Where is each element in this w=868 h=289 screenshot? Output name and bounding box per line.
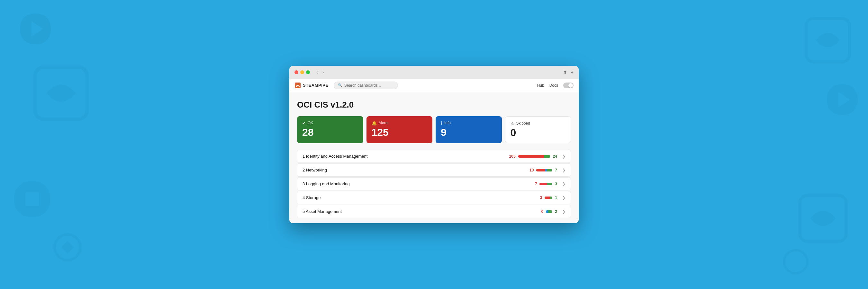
pb-ok bbox=[550, 196, 552, 199]
stat-card-skipped[interactable]: ⚠ Skipped 0 bbox=[505, 116, 571, 143]
section-alarm-count: 3 bbox=[540, 195, 542, 200]
close-button[interactable] bbox=[294, 70, 298, 74]
browser-window: ‹ › ⬆ + STEAMPIPE 🔍 Hub Docs bbox=[289, 66, 579, 223]
stat-header-skipped: ⚠ Skipped bbox=[510, 121, 566, 126]
pb-ok bbox=[547, 169, 552, 172]
progress-bar bbox=[546, 210, 552, 213]
logo-area: STEAMPIPE bbox=[294, 82, 329, 88]
alarm-icon: 🔔 bbox=[372, 121, 377, 125]
section-alarm-count: 7 bbox=[535, 182, 537, 186]
search-bar[interactable]: 🔍 bbox=[334, 81, 398, 89]
skipped-value: 0 bbox=[510, 127, 566, 138]
section-ok-count: 1 bbox=[555, 195, 557, 200]
pb-alarm bbox=[536, 169, 545, 172]
search-input[interactable] bbox=[344, 83, 394, 88]
section-ok-count: 3 bbox=[555, 182, 557, 186]
steampipe-logo-icon bbox=[294, 82, 301, 88]
forward-button[interactable]: › bbox=[321, 69, 326, 75]
pb-ok bbox=[547, 183, 552, 185]
section-alarm-count: 105 bbox=[509, 154, 516, 158]
skipped-icon: ⚠ bbox=[510, 121, 515, 126]
alarm-value: 125 bbox=[372, 127, 428, 138]
new-tab-icon[interactable]: + bbox=[571, 70, 574, 75]
ok-icon: ✔ bbox=[302, 121, 306, 125]
section-title: 5 Asset Management bbox=[303, 209, 541, 214]
svg-rect-0 bbox=[35, 67, 87, 119]
page-title: OCI CIS v1.2.0 bbox=[297, 100, 571, 110]
ok-label: OK bbox=[308, 121, 313, 125]
maximize-button[interactable] bbox=[306, 70, 310, 74]
stat-card-alarm[interactable]: 🔔 Alarm 125 bbox=[367, 116, 433, 143]
theme-toggle[interactable] bbox=[563, 82, 574, 88]
minimize-button[interactable] bbox=[300, 70, 304, 74]
progress-bar bbox=[518, 155, 550, 158]
progress-bar bbox=[545, 196, 552, 199]
search-icon: 🔍 bbox=[338, 83, 342, 87]
chevron-down-icon: ❯ bbox=[562, 154, 565, 158]
stat-header-alarm: 🔔 Alarm bbox=[372, 121, 428, 125]
stat-card-ok[interactable]: ✔ OK 28 bbox=[297, 116, 363, 143]
main-content: OCI CIS v1.2.0 ✔ OK 28 🔔 Alarm 125 ℹ bbox=[289, 92, 579, 223]
section-title: 1 Identity and Access Management bbox=[303, 154, 509, 158]
section-row[interactable]: 5 Asset Management 0 2 ❯ bbox=[297, 205, 571, 218]
stat-header-info: ℹ Info bbox=[441, 121, 497, 125]
toggle-knob bbox=[568, 83, 573, 88]
section-title: 4 Storage bbox=[303, 195, 540, 200]
nav-buttons: ‹ › bbox=[315, 69, 325, 75]
sections-list: 1 Identity and Access Management 105 24 … bbox=[297, 150, 571, 218]
section-right: 10 7 ❯ bbox=[529, 168, 565, 173]
traffic-lights bbox=[294, 70, 310, 74]
svg-rect-3 bbox=[800, 195, 846, 242]
section-right: 3 1 ❯ bbox=[540, 195, 565, 200]
pb-ok bbox=[544, 155, 550, 158]
share-icon[interactable]: ⬆ bbox=[563, 70, 567, 75]
svg-rect-2 bbox=[806, 19, 850, 62]
title-bar-actions: ⬆ + bbox=[563, 70, 574, 75]
section-right: 7 3 ❯ bbox=[535, 182, 565, 186]
logo-text: STEAMPIPE bbox=[303, 83, 329, 88]
chevron-down-icon: ❯ bbox=[562, 168, 565, 173]
pb-ok bbox=[548, 210, 552, 213]
nav-bar: STEAMPIPE 🔍 Hub Docs bbox=[289, 79, 579, 92]
section-row[interactable]: 2 Networking 10 7 ❯ bbox=[297, 164, 571, 177]
nav-right: Hub Docs bbox=[537, 82, 574, 88]
ok-value: 28 bbox=[302, 127, 358, 138]
section-title: 2 Networking bbox=[303, 168, 529, 173]
stat-header-ok: ✔ OK bbox=[302, 121, 358, 125]
section-ok-count: 2 bbox=[555, 209, 557, 214]
chevron-down-icon: ❯ bbox=[562, 195, 565, 200]
section-title: 3 Logging and Monitoring bbox=[303, 181, 535, 186]
svg-point-1 bbox=[55, 234, 81, 260]
docs-link[interactable]: Docs bbox=[550, 83, 558, 88]
stat-card-info[interactable]: ℹ Info 9 bbox=[436, 116, 502, 143]
alarm-label: Alarm bbox=[379, 121, 389, 125]
pb-alarm bbox=[545, 196, 550, 199]
progress-bar bbox=[536, 169, 552, 172]
chevron-down-icon: ❯ bbox=[562, 209, 565, 214]
back-button[interactable]: ‹ bbox=[315, 69, 319, 75]
section-row[interactable]: 3 Logging and Monitoring 7 3 ❯ bbox=[297, 177, 571, 190]
pb-alarm bbox=[518, 155, 544, 158]
progress-bar bbox=[539, 183, 552, 185]
info-label: Info bbox=[444, 121, 451, 125]
section-row[interactable]: 1 Identity and Access Management 105 24 … bbox=[297, 150, 571, 163]
section-right: 0 2 ❯ bbox=[541, 209, 565, 214]
section-alarm-count: 0 bbox=[541, 209, 544, 214]
section-ok-count: 24 bbox=[553, 154, 557, 158]
info-value: 9 bbox=[441, 127, 497, 138]
info-icon: ℹ bbox=[441, 121, 442, 125]
pb-alarm bbox=[539, 183, 547, 185]
section-ok-count: 7 bbox=[555, 168, 557, 173]
pb-info bbox=[546, 210, 548, 213]
title-bar: ‹ › ⬆ + bbox=[289, 66, 579, 79]
hub-link[interactable]: Hub bbox=[537, 83, 544, 88]
svg-point-4 bbox=[784, 250, 807, 273]
skipped-label: Skipped bbox=[516, 121, 530, 125]
section-right: 105 24 ❯ bbox=[509, 154, 565, 158]
stats-row: ✔ OK 28 🔔 Alarm 125 ℹ Info 9 bbox=[297, 116, 571, 143]
section-alarm-count: 10 bbox=[529, 168, 534, 173]
section-row[interactable]: 4 Storage 3 1 ❯ bbox=[297, 191, 571, 204]
chevron-down-icon: ❯ bbox=[562, 182, 565, 186]
